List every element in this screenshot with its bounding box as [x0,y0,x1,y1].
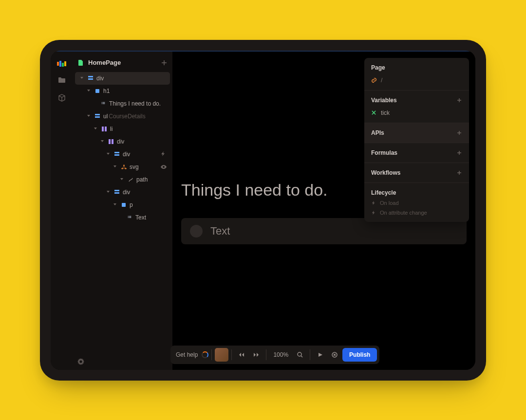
formulas-label: Formulas [371,149,397,156]
tree-label: Text [135,214,146,221]
user-avatar[interactable] [215,348,228,362]
page-icon [77,59,84,66]
tree-row-p[interactable]: p [75,199,170,211]
tree-row-div3[interactable]: div [75,186,170,199]
element-icon [88,75,94,81]
svg-rect-6 [95,89,99,93]
tree-row-ul[interactable]: ulCourseDetails [75,110,170,123]
add-page-icon[interactable] [161,59,168,66]
element-icon [94,88,100,94]
element-icon [101,126,107,132]
svg-rect-19 [114,192,119,194]
bolt-icon[interactable] [160,151,167,158]
svg-rect-5 [88,78,93,80]
svg-rect-9 [102,127,104,131]
svg-rect-14 [114,154,119,156]
svg-rect-0 [57,62,59,66]
tree-label: svg [130,164,139,170]
chevron-down-icon[interactable] [100,139,105,144]
checkbox-circle[interactable] [190,225,203,237]
tree-row-svg[interactable]: svg [75,161,170,173]
add-workflow-icon[interactable] [456,170,462,176]
svg-icon [121,164,127,170]
tree-label: div [123,151,130,158]
path-icon [128,177,133,183]
element-icon [108,139,114,145]
get-help-link[interactable]: Get help [173,351,201,358]
add-variable-icon[interactable] [456,97,462,103]
chevron-down-icon[interactable] [94,127,98,131]
tree-row-li[interactable]: li [75,123,170,135]
svg-rect-10 [105,127,107,131]
tree-row-div2[interactable]: div [75,148,170,161]
tree-label: div [96,75,104,82]
todo-card[interactable]: Text [181,218,467,244]
tree-label: Things I need to do. [109,100,161,107]
tree-label: ulCourseDetails [103,113,146,120]
svg-rect-4 [88,76,93,77]
package-icon[interactable] [57,93,66,102]
folder-icon[interactable] [57,76,66,85]
bottom-bar: Get help 100% Publish [51,346,475,364]
page-path-value[interactable]: / [381,77,382,84]
page-title: HomePage [88,59,121,66]
lifecycle-label: Lifecycle [371,189,462,196]
svg-rect-1 [59,61,61,67]
step-forward-icon[interactable] [249,348,263,362]
element-icon [114,189,120,195]
eye-icon[interactable] [160,164,167,170]
svg-point-21 [298,352,301,356]
chevron-down-icon[interactable] [113,202,118,207]
element-icon [121,202,127,208]
apis-label: APIs [371,129,384,136]
chevron-down-icon[interactable] [113,164,118,169]
variable-item[interactable]: tick [371,110,462,116]
lifecycle-onattr[interactable]: On attribute change [371,210,462,216]
panel-section-title: Page [371,64,462,71]
lifecycle-label-text: On attribute change [380,210,427,216]
svg-rect-2 [62,63,64,67]
add-formula-icon[interactable] [456,150,462,156]
tree-row-path[interactable]: path [75,173,170,186]
lifecycle-onload[interactable]: On load [371,200,462,206]
zoom-value[interactable]: 100% [269,351,292,358]
tree-row-root-div[interactable]: div [75,72,170,85]
zoom-icon[interactable] [293,348,307,362]
todo-text[interactable]: Text [210,225,230,237]
tree-row-h1-text[interactable]: Things I need to do. [75,97,170,110]
svg-rect-20 [122,203,126,207]
tree-label: path [136,176,148,183]
stop-icon[interactable] [328,348,341,362]
svg-rect-13 [114,152,119,153]
svg-point-15 [123,164,125,166]
logo-icon[interactable] [57,60,67,67]
element-icon [114,151,120,157]
add-api-icon[interactable] [456,130,462,136]
element-icon [94,113,100,119]
svg-rect-12 [112,139,113,144]
svg-rect-3 [64,61,66,66]
tree-row-h1[interactable]: h1 [75,85,170,97]
svg-rect-18 [114,190,119,191]
chevron-down-icon[interactable] [106,152,111,157]
chevron-down-icon[interactable] [120,177,125,182]
tree-row-p-text[interactable]: Text [75,211,170,224]
svg-rect-11 [109,139,111,144]
tree-label: div [123,189,130,196]
chevron-down-icon[interactable] [80,76,85,81]
chevron-down-icon[interactable] [87,89,92,93]
step-back-icon[interactable] [235,348,248,362]
tree-label: li [110,126,113,132]
variable-icon [371,110,377,116]
variables-label: Variables [371,97,397,104]
publish-button[interactable]: Publish [342,348,377,362]
chevron-down-icon[interactable] [106,190,111,195]
chevron-down-icon[interactable] [87,114,92,119]
tree-row-div1[interactable]: div [75,135,170,148]
tree-label: div [117,138,124,145]
play-icon[interactable] [313,348,327,362]
left-rail [51,52,73,370]
properties-panel: Page / Variables tick APIs [364,58,469,222]
tree-label: p [130,201,133,208]
link-icon [371,77,377,83]
